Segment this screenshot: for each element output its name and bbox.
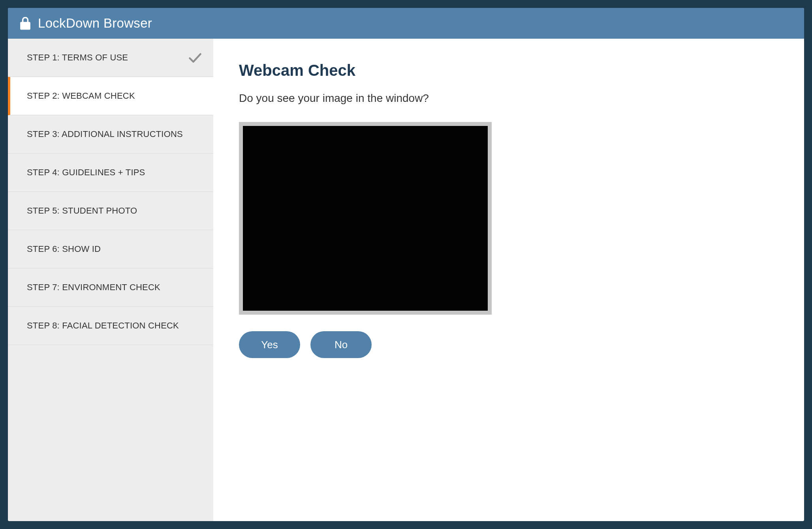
sidebar-item-label: STEP 6: SHOW ID — [27, 244, 101, 254]
sidebar-item-step1[interactable]: STEP 1: TERMS OF USE — [8, 39, 213, 77]
sidebar-item-label: STEP 1: TERMS OF USE — [27, 53, 128, 63]
sidebar-item-step7[interactable]: STEP 7: ENVIRONMENT CHECK — [8, 268, 213, 307]
button-row: Yes No — [239, 331, 778, 358]
sidebar-item-step5[interactable]: STEP 5: STUDENT PHOTO — [8, 192, 213, 230]
body: STEP 1: TERMS OF USE STEP 2: WEBCAM CHEC… — [8, 39, 804, 521]
sidebar-item-step2[interactable]: STEP 2: WEBCAM CHECK — [8, 77, 213, 115]
page-title: Webcam Check — [239, 62, 778, 79]
prompt-text: Do you see your image in the window? — [239, 92, 778, 105]
sidebar-item-label: STEP 8: FACIAL DETECTION CHECK — [27, 321, 179, 331]
main-content: Webcam Check Do you see your image in th… — [213, 39, 804, 521]
sidebar-item-label: STEP 7: ENVIRONMENT CHECK — [27, 282, 160, 293]
sidebar-item-step4[interactable]: STEP 4: GUIDELINES + TIPS — [8, 154, 213, 192]
sidebar-item-step8[interactable]: STEP 8: FACIAL DETECTION CHECK — [8, 307, 213, 345]
sidebar-item-step6[interactable]: STEP 6: SHOW ID — [8, 230, 213, 268]
yes-button[interactable]: Yes — [239, 331, 300, 358]
sidebar-item-label: STEP 3: ADDITIONAL INSTRUCTIONS — [27, 129, 183, 139]
sidebar: STEP 1: TERMS OF USE STEP 2: WEBCAM CHEC… — [8, 39, 213, 521]
sidebar-item-label: STEP 5: STUDENT PHOTO — [27, 206, 137, 216]
lock-icon — [20, 17, 31, 30]
webcam-video — [243, 126, 488, 311]
header: LockDown Browser — [8, 8, 804, 39]
webcam-frame — [239, 122, 492, 315]
sidebar-item-label: STEP 4: GUIDELINES + TIPS — [27, 167, 145, 178]
check-icon — [188, 51, 202, 65]
no-button[interactable]: No — [310, 331, 372, 358]
app-window: LockDown Browser STEP 1: TERMS OF USE ST… — [8, 8, 804, 521]
sidebar-item-step3[interactable]: STEP 3: ADDITIONAL INSTRUCTIONS — [8, 115, 213, 154]
sidebar-item-label: STEP 2: WEBCAM CHECK — [27, 91, 135, 101]
app-title: LockDown Browser — [38, 16, 152, 31]
